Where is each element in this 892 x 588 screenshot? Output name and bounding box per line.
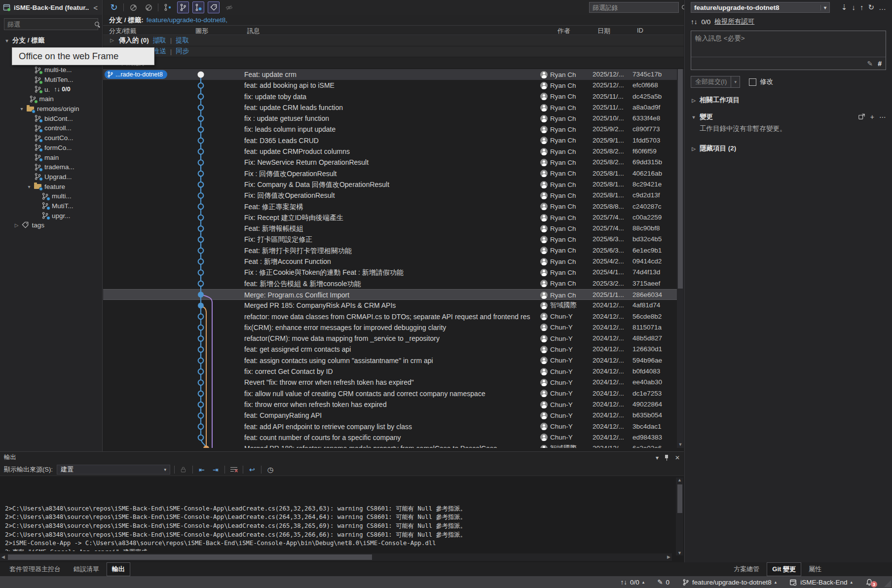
push-link[interactable]: 推送 [153, 47, 166, 56]
timestamp-icon[interactable]: ◷ [265, 465, 275, 475]
history-search-input[interactable] [593, 4, 679, 11]
expanded-arrow-icon[interactable]: ▾ [691, 114, 697, 120]
dropdown-caret-icon[interactable]: ▾ [820, 5, 826, 10]
panel-tab[interactable]: 方案總管 [728, 562, 765, 576]
branch-tree-item[interactable]: tradema... [0, 162, 102, 172]
panel-tab[interactable]: 套件管理器主控台 [4, 562, 66, 576]
incoming-commits-icon[interactable] [143, 1, 154, 13]
view-all-commits-link[interactable]: 檢視所有認可 [714, 17, 754, 26]
commit-row[interactable]: Fix: 回傳值改OperationResult Ryan Ch 2025/8/… [103, 190, 677, 201]
branch-tree-item[interactable]: MutiT... [0, 201, 102, 211]
branch-tree-item[interactable]: formCo... [0, 143, 102, 153]
branch-tree-item[interactable]: courtCo... [0, 133, 102, 143]
commit-row[interactable]: refactor(CRM): move data mapping from _s… [103, 333, 677, 344]
col-date[interactable]: 日期 [597, 27, 610, 36]
scrollbar-thumb[interactable] [8, 554, 372, 560]
previous-message-icon[interactable]: ⇤ [197, 465, 207, 475]
commit-row[interactable]: Fix : 回傳值改OperationResult Ryan Ch 2025/8… [103, 168, 677, 179]
sync-icon[interactable]: ↻ [868, 3, 874, 12]
commit-row[interactable]: Fix : 修正Cookie與Token的連動 Feat : 新增請假功能 Ry… [103, 267, 677, 278]
branch-tree-item[interactable]: bidCont... [0, 113, 102, 123]
branches-tree-header[interactable]: ▾ 分支 / 標籤 [0, 32, 102, 48]
stashes-section[interactable]: ▷ 隱藏項目 (2) [691, 144, 886, 153]
col-author[interactable]: 作者 [558, 27, 570, 36]
commit-row[interactable]: refactor: move data classes from CRMAPI.… [103, 311, 677, 322]
work-item-hash-icon[interactable]: # [878, 60, 882, 68]
output-log[interactable]: 2>C:\Users\a8348\source\repos\iSME-Back-… [0, 476, 684, 551]
fetch-link[interactable]: 擷取 [153, 36, 166, 45]
pull-link[interactable]: 提取 [176, 36, 189, 45]
pull-icon[interactable]: ↓ [852, 3, 855, 12]
show-graph-toggle-icon[interactable] [177, 1, 189, 13]
branch-tree-item[interactable]: ▾ remotes/origin [0, 104, 102, 114]
current-repo-item[interactable]: iSME-Back-End ▴ [789, 579, 853, 586]
commit-row[interactable]: feat: CompanyRating API Chun-Y 2024/12/.… [103, 410, 677, 421]
commit-row[interactable]: feat: assign contacts using column "assi… [103, 355, 677, 366]
history-vertical-scrollbar[interactable]: ▼ [677, 69, 684, 448]
close-panel-icon[interactable]: ✕ [675, 454, 680, 461]
fetch-icon[interactable]: ⇣ [841, 3, 848, 12]
branch-tree-item[interactable]: multi... [0, 191, 102, 201]
collapsed-arrow-icon[interactable]: ▷ [691, 98, 697, 103]
amend-checkbox-row[interactable]: 修改 [749, 77, 773, 86]
panel-position-caret-icon[interactable]: ▾ [656, 454, 659, 461]
pin-icon[interactable] [665, 455, 669, 461]
branch-tree-item[interactable]: ▷ tags [0, 220, 102, 230]
output-vertical-scrollbar[interactable]: ▲ ▼ [676, 478, 683, 555]
commit-row[interactable]: Fix: NewService Return OperationResult R… [103, 157, 677, 168]
stage-all-icon[interactable]: + [870, 113, 874, 121]
commit-all-split-button[interactable]: 全部提交(I) ▾ [691, 76, 740, 88]
tree-twistie-icon[interactable]: ▷ [14, 222, 20, 228]
commit-row[interactable]: Feat: 新增打卡與打卡管理相關功能 Ryan Ch 2025/6/3... … [103, 245, 677, 256]
tree-twistie-icon[interactable]: ▾ [26, 184, 32, 189]
outgoing-commits-row[interactable]: ▷ 傳出的 (0) 推送 | 同步 [103, 46, 684, 58]
commit-row[interactable]: fix: update toby data Ryan Ch 2025/11/..… [103, 91, 677, 102]
col-message[interactable]: 訊息 [247, 27, 260, 36]
branch-tree-item[interactable]: Upgrad... [0, 172, 102, 182]
commit-row[interactable]: Fix: Recept 建立ID時由後端產生 Ryan Ch 2025/7/4.… [103, 212, 677, 223]
commit-row[interactable]: fix: allow null value of creating CRM co… [103, 388, 677, 399]
panel-tab[interactable]: 輸出 [107, 562, 130, 576]
dropdown-caret-icon[interactable]: ▾ [164, 467, 166, 472]
panel-tab[interactable]: 錯誤清單 [68, 562, 105, 576]
clear-all-icon[interactable]: ✕ [229, 465, 239, 475]
refresh-icon[interactable]: ↻ [108, 1, 120, 13]
scroll-down-icon[interactable]: ▼ [676, 551, 683, 555]
current-branch-item[interactable]: feature/upgrade-to-dotnet8 ▴ [682, 579, 777, 586]
commit-row[interactable]: feat: update CRMProduct columns Ryan Ch … [103, 146, 677, 157]
push-icon[interactable]: ↑ [860, 3, 864, 12]
branch-tree-item[interactable]: ▾ feature [0, 182, 102, 191]
incoming-commits-row[interactable]: ▷ 傳入的 (0) 擷取 | 提取 [103, 35, 684, 46]
branch-tree-item[interactable]: u. ↑↓ 0/0 [0, 84, 102, 94]
sync-status-item[interactable]: ↑↓ 0/0 ▴ [620, 579, 644, 586]
tree-twistie-icon[interactable]: ▾ [19, 106, 25, 111]
commit-row[interactable]: fix: leads column input update Ryan Ch 2… [103, 124, 677, 135]
commit-row[interactable]: Merge: Program.cs Conflict Import Ryan C… [103, 289, 677, 300]
commit-row[interactable]: feat: D365 Leads CRUD Ryan Ch 2025/9/1..… [103, 135, 677, 146]
scroll-left-icon[interactable]: ◀ [1, 554, 5, 559]
scroll-up-icon[interactable]: ▲ [676, 478, 683, 482]
changes-section[interactable]: ▾ 變更 + ⋯ [691, 112, 886, 121]
branch-filter-box[interactable] [4, 18, 98, 30]
branch-tree-item[interactable]: main [0, 152, 102, 162]
collapsed-arrow-icon[interactable]: ▷ [691, 146, 697, 151]
branch-tree-item[interactable]: multi-te... [0, 65, 102, 75]
head-branch-pill[interactable]: ...rade-to-dotnet8 [105, 70, 167, 79]
col-id[interactable]: ID [637, 27, 643, 34]
history-search-box[interactable]: ▾ [589, 2, 679, 13]
commit-row[interactable]: feat: count number of courts for a speci… [103, 432, 677, 443]
commit-row[interactable]: Feat : 新增Account Function Ryan Ch 2025/4… [103, 256, 677, 267]
scrollbar-thumb[interactable] [677, 484, 682, 513]
col-branch-tags[interactable]: 分支/標籤 [109, 27, 137, 36]
word-wrap-icon[interactable]: ↩ [247, 465, 257, 475]
pending-edits-item[interactable]: ✎ 0 [657, 578, 669, 586]
commit-all-dropdown-icon[interactable]: ▾ [731, 76, 740, 87]
commit-row[interactable]: Fix: 打卡區間設定修正 Ryan Ch 2025/6/3... bd32c4… [103, 234, 677, 245]
branch-line-value[interactable]: feature/upgrade-to-dotnet8, [147, 16, 227, 24]
branch-tree-item[interactable]: controll... [0, 123, 102, 133]
next-message-icon[interactable]: ⇥ [211, 465, 221, 475]
commit-row[interactable]: Feat: 新增報帳模組 Ryan Ch 2025/7/4... 88c90bf… [103, 223, 677, 234]
commit-row[interactable]: Merged PR 185: CompanyRisk APIs & CRM AP… [103, 300, 677, 311]
panel-tab[interactable]: 屬性 [803, 562, 827, 576]
commit-row[interactable]: feat: add API endpoint to retrieve compa… [103, 421, 677, 432]
